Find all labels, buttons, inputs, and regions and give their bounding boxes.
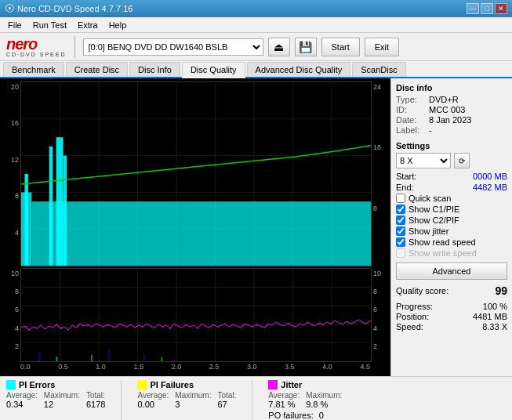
advanced-button[interactable]: Advanced [396,262,507,280]
start-value: 0000 MB [473,172,507,181]
jitter-avg: Average: 7.81 % [268,391,300,409]
minimize-button[interactable]: — [467,3,479,14]
menu-extra[interactable]: Extra [73,19,103,31]
tab-scan-disc[interactable]: ScanDisc [352,62,405,77]
tab-disc-quality[interactable]: Disc Quality [182,62,245,78]
pi-errors-label: PI Errors [19,380,55,389]
pi-failures-total: Total: 67 [217,391,236,409]
quality-score-value: 99 [495,284,507,297]
pi-errors-header: PI Errors [6,380,105,389]
pi-failures-header: PI Failures [137,380,236,389]
po-failures-label: PO failures: [268,411,313,420]
tab-advanced-disc-quality[interactable]: Advanced Disc Quality [247,62,351,77]
position-row: Position: 4481 MB [396,312,507,321]
top-y-axis-left: 20 16 12 8 4 [3,81,20,266]
save-button[interactable]: 💾 [295,38,317,56]
maximize-button[interactable]: □ [481,3,493,14]
jitter-max-label: Maximum: [306,391,342,400]
quick-scan-row: Quick scan [396,194,507,203]
position-value: 4481 MB [473,312,507,321]
show-jitter-checkbox[interactable] [396,226,405,236]
title-bar: 🖸 Nero CD-DVD Speed 4.7.7.16 — □ ✕ [0,0,512,17]
toolbar-separator [74,36,75,58]
speed-row: Speed: 8.33 X [396,322,507,331]
close-button[interactable]: ✕ [495,3,507,14]
pi-failures-color-box [137,380,147,389]
show-c1pie-label: Show C1/PIE [409,205,459,214]
show-write-speed-checkbox[interactable] [396,248,405,258]
progress-label: Progress: [396,302,433,311]
right-panel: Disc info Type: DVD+R ID: MCC 003 Date: … [390,78,512,376]
pi-failures-avg-label: Average: [137,391,169,400]
svg-rect-33 [56,357,57,361]
stats-separator-1 [121,380,122,420]
disc-label-value: - [429,125,432,135]
drive-selector[interactable]: [0:0] BENQ DVD DD DW1640 BSLB [83,38,263,56]
nero-logo-area: nero CD·DVD SPEED [6,36,67,57]
disc-label-label: Label: [396,125,426,135]
eject-button[interactable]: ⏏ [268,38,290,56]
top-chart-container: 20 16 12 8 4 [3,81,387,266]
toolbar: nero CD·DVD SPEED [0:0] BENQ DVD DD DW16… [0,33,512,61]
app-icon: 🖸 [5,3,14,14]
progress-value: 100 % [483,302,507,311]
end-mb-row: End: 4482 MB [396,183,507,192]
jitter-header: Jitter [268,380,342,389]
stats-separator-2 [252,380,252,420]
jitter-label: Jitter [281,380,302,389]
stats-bar: PI Errors Average: 0.34 Maximum: 12 Tota… [0,376,512,420]
pi-errors-avg-label: Average: [6,391,38,400]
show-c2pif-label: Show C2/PIF [409,215,459,225]
title-bar-controls[interactable]: — □ ✕ [467,3,507,14]
exit-button[interactable]: Exit [365,38,399,56]
pi-errors-max-value: 12 [44,400,80,409]
show-c1pie-checkbox[interactable] [396,205,405,214]
jitter-max-value: 9.8 % [306,400,342,409]
pi-errors-total-label: Total: [86,391,105,400]
quality-score-label: Quality score: [396,286,448,295]
pi-errors-max-label: Maximum: [44,391,80,400]
speed-label: Speed: [396,322,423,331]
show-c1pie-row: Show C1/PIE [396,205,507,214]
show-c2pif-checkbox[interactable] [396,215,405,225]
quick-scan-checkbox[interactable] [396,194,405,203]
disc-type-row: Type: DVD+R [396,95,507,104]
speed-selector[interactable]: 8 X [396,153,451,168]
id-label: ID: [396,105,426,114]
quality-row: Quality score: 99 [396,284,507,297]
pi-failures-avg: Average: 0.00 [137,391,169,409]
speed-icon-button[interactable]: ⟳ [454,153,470,168]
svg-rect-34 [91,355,92,361]
pi-errors-stats: Average: 0.34 Maximum: 12 Total: 6178 [6,391,105,409]
show-write-speed-row: Show write speed [396,248,507,258]
disc-info-section: Disc info Type: DVD+R ID: MCC 003 Date: … [396,83,507,135]
tab-benchmark[interactable]: Benchmark [3,62,64,77]
menu-help[interactable]: Help [104,19,132,31]
bottom-chart [20,268,372,362]
disc-info-title: Disc info [396,83,507,92]
pi-failures-max: Maximum: 3 [175,391,211,409]
menu-run-test[interactable]: Run Test [28,19,71,31]
menu-file[interactable]: File [3,19,27,31]
show-read-speed-label: Show read speed [409,237,476,247]
jitter-max: Maximum: 9.8 % [306,391,342,409]
pi-errors-color-box [6,380,16,389]
pi-failures-total-label: Total: [217,391,236,400]
top-chart [20,81,372,266]
show-read-speed-row: Show read speed [396,237,507,247]
tab-create-disc[interactable]: Create Disc [66,62,128,77]
pi-failures-avg-value: 0.00 [137,400,169,409]
pi-errors-group: PI Errors Average: 0.34 Maximum: 12 Tota… [6,380,105,420]
id-value: MCC 003 [429,105,465,114]
start-button[interactable]: Start [321,38,360,56]
pi-errors-avg: Average: 0.34 [6,391,38,409]
bottom-x-axis: 0.0 0.5 1.0 1.5 2.0 2.5 3.0 3.5 4.0 4.5 [3,363,387,371]
bottom-y-axis-right: 10 8 6 4 2 [372,268,387,362]
jitter-color-box [268,380,278,389]
show-read-speed-checkbox[interactable] [396,237,405,247]
nero-subtitle: CD·DVD SPEED [6,52,67,57]
nero-logo: nero [6,36,67,52]
pi-failures-group: PI Failures Average: 0.00 Maximum: 3 Tot… [137,380,236,420]
jitter-group: Jitter Average: 7.81 % Maximum: 9.8 % PO… [268,380,342,420]
tab-disc-info[interactable]: Disc Info [129,62,180,77]
